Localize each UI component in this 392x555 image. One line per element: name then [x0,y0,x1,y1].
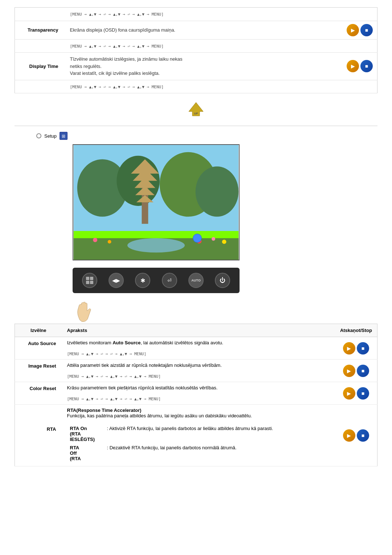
table-row-display-time: Display Time Tīzvēlne automātiski izslēg… [15,53,377,80]
svg-point-15 [93,238,97,242]
rta-btn-group: ▶ ■ [340,429,372,442]
auto-source-actions: ▶ ■ [335,337,377,360]
btn-group-display-time: ▶ ■ [347,60,373,72]
nav-text-1: [MENU → ▲,▼ → ⏎ → ▲,▼ → ⏎ → ▲,▼ → MENU] [66,8,343,21]
rta-actions: ▶ ■ [335,405,377,466]
row-label-empty3 [15,80,66,93]
rta-stop-button[interactable]: ■ [357,429,369,442]
action-empty2 [342,39,377,53]
up-button[interactable]: UP [187,101,205,119]
action-empty1 [342,8,377,21]
table-row: [MENU → ▲,▼ → ⏎ → ▲,▼ → ⏎ → ▲,▼ → MENU] [15,80,377,93]
rta-off-row: RTA Off (RTA : Dezaktivē RTA funkciju, l… [68,444,329,462]
transparency-actions: ▶ ■ [342,21,377,39]
auto-source-label: Auto Source [15,337,62,360]
table-row-transparency: Transparency Ekrāna displeja (OSD) fona … [15,21,377,39]
table-row-color-reset: Color Reset Krāsu parametriem tiek piešķ… [15,382,377,405]
garden-image-container [73,144,240,260]
garden-image [73,145,239,260]
nav-text-3: [MENU → ▲,▼ → ⏎ → ▲,▼ → ⏎ → ▲,▼ → MENU] [66,80,343,93]
up-section: UP [15,101,377,120]
image-reset-stop-button[interactable]: ■ [357,365,369,377]
table-row-image-reset: Image Reset Attēla parametri tiek aizstā… [15,360,377,382]
up-arrow-icon: UP [187,101,205,119]
setup-icon: ⊞ [60,132,68,140]
table-row: [MENU → ▲,▼ → ⏎ → ▲,▼ → ⏎ → ▲,▼ → MENU] [15,8,377,21]
svg-point-21 [127,238,185,253]
remote-btn-4-container: ⏎ [162,273,177,288]
nav-text-2: [MENU → ▲,▼ → ⏎ → ▲,▼ → ⏎ → ▲,▼ → MENU] [66,39,343,53]
page-wrapper: [MENU → ▲,▼ → ⏎ → ▲,▼ → ⏎ → ▲,▼ → MENU] … [0,0,392,474]
hand-icon [73,302,102,324]
display-time-desc: Tīzvēlne automātiski izslēgsies, ja zinā… [66,53,343,80]
remote-button-2[interactable]: ◀▶ [109,273,124,288]
remote-button-4[interactable]: ⏎ [162,273,177,288]
display-time-label: Display Time [15,53,66,80]
rta-on-key: RTA On (RTA IESLĒGTS) [68,425,104,443]
image-reset-actions: ▶ ■ [335,360,377,382]
header-description: Apraksts [62,324,335,337]
transparency-desc: Ekrāna displeja (OSD) fona caurspīdīguma… [66,21,343,39]
display-time-stop-button[interactable]: ■ [360,60,373,72]
remote-btn-1-container [82,273,97,288]
svg-rect-22 [86,277,89,280]
transparency-display-table: [MENU → ▲,▼ → ⏎ → ▲,▼ → ⏎ → ▲,▼ → MENU] … [15,7,377,93]
auto-source-play-button[interactable]: ▶ [343,342,355,355]
color-reset-actions: ▶ ■ [335,382,377,405]
btn-group: ▶ ■ [347,24,373,36]
row-label-empty1 [15,8,66,21]
rta-label: RTA [15,405,62,466]
remote-btn-6-container: ⏻ [215,273,230,288]
remote-button-3[interactable]: ✱ [135,273,150,288]
display-time-play-button[interactable]: ▶ [347,60,359,72]
setup-radio[interactable] [36,133,41,138]
remote-btn-5-container: AUTO [188,273,204,288]
remote-button-power[interactable]: ⏻ [215,273,230,288]
svg-rect-24 [86,281,89,284]
auto-source-desc: Izvēlieties monitoram Auto Source, lai a… [62,337,335,360]
rta-sub-table: RTA On (RTA IESLĒGTS) : Aktivizē RTA fun… [67,424,330,463]
hand-illustration [73,302,377,320]
header-menu: Izvēlne [15,324,62,337]
color-reset-desc: Krāsu parametriem tiek piešķirtas rūpnīc… [62,382,335,405]
auto-source-stop-button[interactable]: ■ [357,342,369,355]
svg-point-6 [196,166,239,216]
svg-text:UP: UP [194,112,198,115]
settings-table: Izvēlne Apraksts Atskaņot/Stop Auto Sour… [15,324,377,466]
image-reset-label: Image Reset [15,360,62,382]
rta-desc: RTA(Response Time Accelerator) Funkcija,… [62,405,335,466]
transparency-play-button[interactable]: ▶ [347,24,359,36]
svg-point-16 [108,240,111,244]
color-reset-label: Color Reset [15,382,62,405]
rta-on-row: RTA On (RTA IESLĒGTS) : Aktivizē RTA fun… [68,425,329,443]
transparency-stop-button[interactable]: ■ [360,24,373,36]
row-label-empty2 [15,39,66,53]
rta-play-button[interactable]: ▶ [343,429,355,442]
color-reset-play-button[interactable]: ▶ [343,387,355,400]
header-playback: Atskaņot/Stop [335,324,377,337]
remote-button-auto[interactable]: AUTO [188,273,204,288]
section-divider [15,126,377,126]
rta-on-value: : Aktivizē RTA funkciju, lai panelis dar… [105,425,329,443]
auto-source-btn-group: ▶ ■ [340,342,372,355]
rta-off-key: RTA Off (RTA [68,444,104,462]
remote-control-bar: ◀▶ ✱ ⏎ AUTO ⏻ [73,268,240,293]
remote-btn1-icon [85,276,94,285]
color-reset-btn-group: ▶ ■ [340,387,372,400]
image-reset-play-button[interactable]: ▶ [343,365,355,377]
table-row-rta: RTA RTA(Response Time Accelerator) Funkc… [15,405,377,466]
svg-point-18 [212,237,215,241]
table-row-auto-source: Auto Source Izvēlieties monitoram Auto S… [15,337,377,360]
remote-button-1[interactable] [82,273,97,288]
setup-section: Setup ⊞ [36,132,377,140]
remote-btn-3-container: ✱ [135,273,150,288]
svg-point-19 [222,240,226,244]
table-row: [MENU → ▲,▼ → ⏎ → ▲,▼ → ⏎ → ▲,▼ → MENU] [15,39,377,53]
color-reset-stop-button[interactable]: ■ [357,387,369,400]
setup-label: Setup [44,133,57,139]
display-time-actions: ▶ ■ [342,53,377,80]
transparency-label: Transparency [15,21,66,39]
svg-rect-25 [90,281,93,284]
rta-off-value: : Dezaktivē RTA funkciju, lai panelis da… [105,444,329,462]
remote-btn-2-container: ◀▶ [109,273,124,288]
